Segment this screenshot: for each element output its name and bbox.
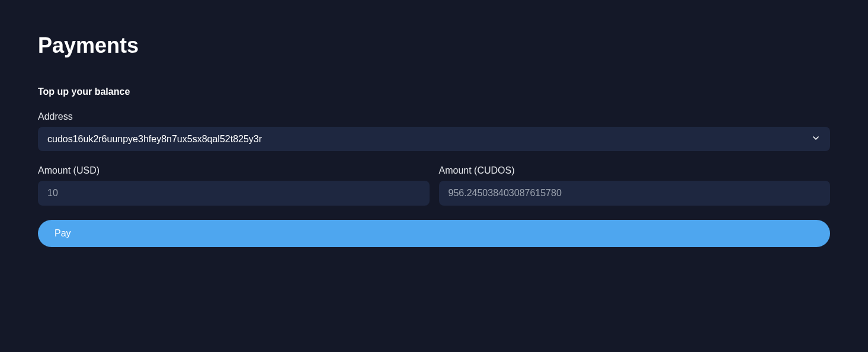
- topup-section: Top up your balance Address cudos16uk2r6…: [38, 87, 830, 247]
- amount-usd-input[interactable]: [38, 181, 430, 206]
- address-select-wrapper: cudos16uk2r6uunpye3hfey8n7ux5sx8qal52t82…: [38, 127, 830, 151]
- address-label: Address: [38, 111, 830, 122]
- address-select[interactable]: cudos16uk2r6uunpye3hfey8n7ux5sx8qal52t82…: [38, 127, 830, 151]
- amount-cudos-label: Amount (CUDOS): [439, 165, 831, 176]
- amount-cudos-col: Amount (CUDOS): [439, 165, 831, 206]
- pay-button[interactable]: Pay: [38, 220, 830, 247]
- amount-row: Amount (USD) Amount (CUDOS): [38, 165, 830, 206]
- address-field-group: Address cudos16uk2r6uunpye3hfey8n7ux5sx8…: [38, 111, 830, 151]
- amount-usd-col: Amount (USD): [38, 165, 430, 206]
- amount-usd-label: Amount (USD): [38, 165, 430, 176]
- section-title: Top up your balance: [38, 87, 830, 97]
- page-title: Payments: [38, 33, 830, 58]
- amount-cudos-input[interactable]: [439, 181, 831, 206]
